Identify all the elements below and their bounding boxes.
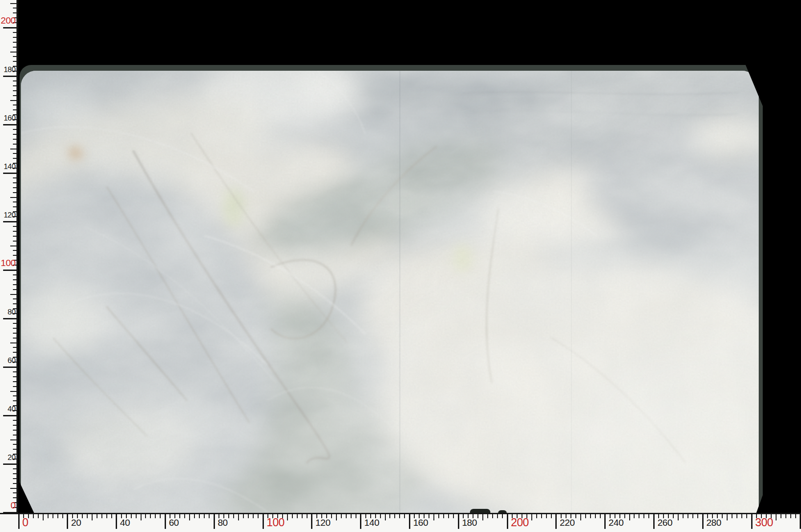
ruler-tick-bottom-272 bbox=[683, 514, 684, 518]
ruler-tick-left-152 bbox=[13, 144, 16, 145]
ruler-tick-bottom-216 bbox=[546, 514, 547, 518]
ruler-tick-bottom-70 bbox=[189, 514, 190, 520]
ruler-tick-bottom-252 bbox=[634, 514, 635, 518]
ruler-tick-left-166 bbox=[13, 109, 16, 110]
ruler-label-left-100: 100 bbox=[0, 258, 16, 268]
ruler-tick-left-136 bbox=[13, 182, 16, 183]
ruler-label-left-60: 60 bbox=[0, 356, 16, 365]
ruler-bottom-baseline bbox=[0, 513, 801, 514]
ruler-tick-bottom-154 bbox=[394, 514, 395, 518]
ruler-tick-bottom-236 bbox=[595, 514, 596, 518]
ruler-tick-left-54 bbox=[13, 381, 16, 382]
ruler-tick-bottom-128 bbox=[331, 514, 332, 518]
ruler-tick-left-154 bbox=[13, 139, 16, 140]
ruler-tick-bottom-120 bbox=[311, 514, 312, 529]
ruler-tick-left-36 bbox=[13, 425, 16, 426]
ruler-tick-bottom-298 bbox=[746, 514, 747, 518]
ruler-tick-left-186 bbox=[13, 61, 16, 62]
ruler-tick-left-32 bbox=[13, 435, 16, 435]
ruler-tick-bottom-96 bbox=[253, 514, 254, 518]
ruler-tick-bottom-258 bbox=[648, 514, 649, 518]
ruler-tick-left-108 bbox=[13, 250, 16, 251]
ruler-label-bottom-120: 120 bbox=[316, 518, 331, 528]
ruler-tick-bottom-116 bbox=[302, 514, 303, 518]
ruler-tick-bottom-26 bbox=[82, 514, 83, 518]
ruler-tick-bottom-274 bbox=[688, 514, 688, 518]
ruler-label-bottom-180: 180 bbox=[462, 518, 477, 528]
ruler-tick-left-118 bbox=[13, 226, 16, 227]
ruler-tick-left-12 bbox=[13, 483, 16, 484]
ruler-tick-bottom-210 bbox=[531, 514, 532, 520]
ruler-tick-left-168 bbox=[13, 105, 16, 105]
ruler-tick-bottom-56 bbox=[155, 514, 156, 518]
ruler-tick-bottom-176 bbox=[448, 514, 449, 518]
ruler-tick-bottom-260 bbox=[653, 514, 655, 529]
ruler-tick-left-178 bbox=[13, 81, 16, 81]
ruler-tick-bottom-158 bbox=[404, 514, 405, 518]
ruler-tick-left-170 bbox=[10, 100, 16, 101]
marble-surface bbox=[21, 71, 759, 513]
ruler-tick-bottom-220 bbox=[555, 514, 557, 529]
ruler-tick-bottom-212 bbox=[536, 514, 537, 518]
ruler-tick-left-146 bbox=[13, 158, 16, 159]
ruler-tick-bottom-118 bbox=[307, 514, 307, 518]
ruler-tick-bottom-34 bbox=[101, 514, 102, 518]
ruler-tick-left-18 bbox=[13, 468, 16, 469]
ruler-tick-left-110 bbox=[10, 246, 16, 246]
ruler-tick-bottom-292 bbox=[732, 514, 732, 518]
ruler-tick-left-106 bbox=[13, 255, 16, 256]
ruler-tick-bottom-86 bbox=[228, 514, 229, 518]
ruler-label-left-40: 40 bbox=[0, 405, 16, 413]
ruler-tick-left-66 bbox=[13, 352, 16, 353]
ruler-tick-bottom-190 bbox=[482, 514, 483, 520]
ruler-tick-bottom-80 bbox=[214, 514, 215, 529]
ruler-label-bottom-60: 60 bbox=[169, 518, 178, 528]
ruler-tick-bottom-50 bbox=[141, 514, 142, 520]
ruler-tick-bottom-98 bbox=[258, 514, 259, 518]
ruler-tick-left-46 bbox=[13, 400, 16, 401]
ruler-tick-bottom-60 bbox=[165, 514, 166, 529]
ruler-left-baseline bbox=[16, 0, 18, 514]
ruler-tick-bottom-310 bbox=[776, 514, 777, 520]
ruler-tick-bottom-76 bbox=[204, 514, 205, 518]
ruler-tick-bottom-232 bbox=[585, 514, 586, 518]
ruler-tick-bottom-74 bbox=[199, 514, 200, 518]
ruler-tick-bottom-198 bbox=[502, 514, 503, 518]
ruler-tick-left-72 bbox=[13, 338, 16, 339]
ruler-tick-bottom-114 bbox=[297, 514, 298, 518]
ruler-tick-left-90 bbox=[10, 294, 16, 295]
ruler-tick-bottom-168 bbox=[429, 514, 429, 518]
ruler-tick-left-10 bbox=[10, 488, 16, 489]
ruler-tick-left-34 bbox=[13, 430, 16, 431]
ruler-tick-left-176 bbox=[13, 85, 16, 86]
ruler-tick-bottom-160 bbox=[409, 514, 410, 529]
ruler-tick-left-210 bbox=[10, 3, 16, 4]
ruler-tick-left-26 bbox=[13, 449, 16, 450]
ruler-tick-bottom-78 bbox=[209, 514, 210, 518]
ruler-tick-bottom-54 bbox=[150, 514, 151, 518]
ruler-tick-bottom-300 bbox=[751, 514, 752, 529]
ruler-tick-bottom-280 bbox=[702, 514, 704, 529]
ruler-tick-left-14 bbox=[13, 478, 16, 479]
ruler-label-bottom-0: 0 bbox=[22, 517, 28, 528]
ruler-tick-left-16 bbox=[13, 473, 16, 474]
ruler-tick-left-8 bbox=[13, 492, 16, 493]
ruler-tick-left-60 bbox=[3, 367, 16, 368]
ruler-tick-left-78 bbox=[13, 323, 16, 324]
ruler-tick-left-86 bbox=[13, 303, 16, 304]
ruler-tick-left-160 bbox=[3, 124, 16, 125]
ruler-tick-left-138 bbox=[13, 177, 16, 178]
ruler-tick-bottom-180 bbox=[458, 514, 459, 529]
ruler-tick-left-148 bbox=[13, 153, 16, 154]
ruler-label-left-140: 140 bbox=[0, 162, 16, 171]
ruler-tick-bottom-270 bbox=[678, 514, 679, 520]
ruler-label-bottom-20: 20 bbox=[71, 518, 81, 528]
ruler-tick-left-92 bbox=[13, 289, 16, 290]
ruler-tick-bottom-14 bbox=[53, 514, 53, 518]
ruler-tick-left-100 bbox=[3, 270, 16, 271]
ruler-tick-left-112 bbox=[13, 241, 16, 242]
ruler-tick-bottom-0 bbox=[18, 514, 20, 529]
ruler-tick-bottom-214 bbox=[541, 514, 542, 518]
ruler-tick-bottom-250 bbox=[629, 514, 630, 520]
ruler-tick-left-52 bbox=[13, 386, 16, 387]
